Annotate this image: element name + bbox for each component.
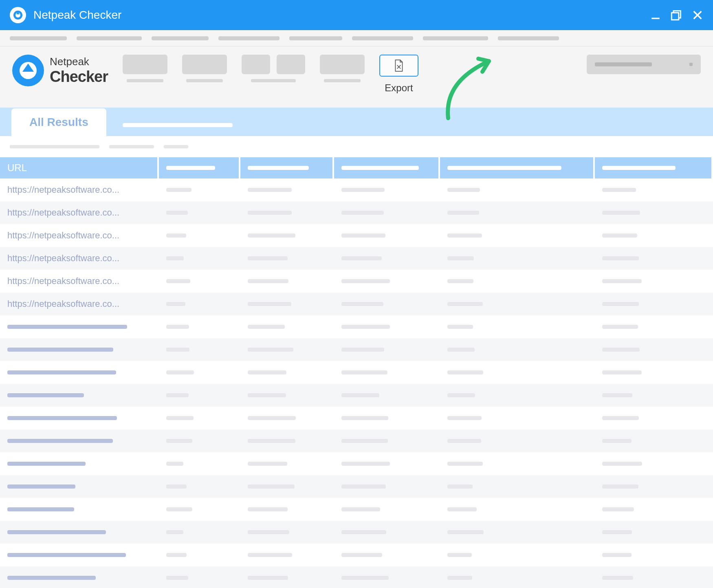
- cell: [240, 370, 334, 374]
- cell: [595, 233, 713, 238]
- toolbar-button[interactable]: [320, 55, 365, 74]
- cell: [440, 370, 595, 374]
- table-row[interactable]: https://netpeaksoftware.co...: [0, 247, 713, 270]
- cell: [240, 416, 334, 420]
- cell: [159, 416, 240, 420]
- cell: [159, 302, 240, 306]
- cell-url: [0, 416, 159, 420]
- filter-item[interactable]: [10, 145, 99, 148]
- menu-item[interactable]: [289, 36, 342, 40]
- toolbar-button[interactable]: [242, 55, 270, 74]
- menu-item[interactable]: [352, 36, 413, 40]
- cell-url: [0, 462, 159, 466]
- toolbar-label: [251, 79, 296, 82]
- column-header[interactable]: [334, 157, 440, 178]
- cell: [334, 462, 440, 466]
- cell: [240, 393, 334, 397]
- cell: [159, 233, 240, 238]
- toolbar-label: [127, 79, 163, 82]
- export-button[interactable]: [379, 55, 418, 77]
- cell: [334, 325, 440, 329]
- column-header-url[interactable]: URL: [0, 157, 159, 178]
- table-row[interactable]: [0, 475, 713, 498]
- column-header[interactable]: [240, 157, 334, 178]
- tab-placeholder[interactable]: [123, 123, 233, 127]
- cell: [440, 256, 595, 260]
- cell: [159, 256, 240, 260]
- cell: [240, 507, 334, 511]
- close-icon[interactable]: [692, 9, 703, 21]
- cell: [159, 393, 240, 397]
- toolbar-button[interactable]: [182, 55, 227, 74]
- table-row[interactable]: [0, 384, 713, 407]
- cell: [440, 484, 595, 489]
- toolbar-label: [324, 79, 361, 82]
- cell: [334, 348, 440, 352]
- table-row[interactable]: [0, 429, 713, 452]
- cell-url: [0, 553, 159, 557]
- table-row[interactable]: https://netpeaksoftware.co...: [0, 224, 713, 247]
- cell: [159, 348, 240, 352]
- menu-item[interactable]: [10, 36, 67, 40]
- column-header[interactable]: [440, 157, 595, 178]
- menu-item[interactable]: [77, 36, 142, 40]
- title-bar: Netpeak Checker: [0, 0, 713, 30]
- cell: [595, 416, 713, 420]
- toolbar-button[interactable]: [277, 55, 305, 74]
- cell: [240, 325, 334, 329]
- cell: [595, 530, 713, 534]
- svg-rect-2: [651, 18, 660, 19]
- results-table: URL https://netpeaksoftware.co...https:/…: [0, 157, 713, 588]
- cell: [440, 393, 595, 397]
- cell: [240, 484, 334, 489]
- cell-url: [0, 507, 159, 511]
- table-header: URL: [0, 157, 713, 178]
- cell: [159, 484, 240, 489]
- table-row[interactable]: [0, 566, 713, 588]
- tab-all-results[interactable]: All Results: [11, 108, 106, 136]
- maximize-icon[interactable]: [671, 9, 682, 21]
- table-row[interactable]: [0, 407, 713, 429]
- toolbar-dropdown[interactable]: [587, 55, 701, 74]
- cell: [440, 233, 595, 238]
- table-row[interactable]: [0, 452, 713, 475]
- cell-url: https://netpeaksoftware.co...: [0, 207, 159, 218]
- cell: [440, 416, 595, 420]
- cell: [159, 188, 240, 192]
- cell-url: [0, 348, 159, 352]
- minimize-icon[interactable]: [650, 10, 661, 20]
- filter-item[interactable]: [109, 145, 154, 148]
- toolbar-button[interactable]: [123, 55, 167, 74]
- table-row[interactable]: [0, 361, 713, 384]
- cell: [334, 530, 440, 534]
- cell: [595, 325, 713, 329]
- table-row[interactable]: https://netpeaksoftware.co...: [0, 178, 713, 201]
- cell-url: [0, 393, 159, 397]
- table-row[interactable]: [0, 315, 713, 338]
- dropdown-value: [595, 62, 652, 66]
- cell: [595, 484, 713, 489]
- cell: [334, 256, 440, 260]
- table-row[interactable]: [0, 544, 713, 566]
- cell: [334, 484, 440, 489]
- cell-url: [0, 325, 159, 329]
- cell: [334, 507, 440, 511]
- table-row[interactable]: [0, 338, 713, 361]
- cell: [240, 302, 334, 306]
- menu-item[interactable]: [498, 36, 559, 40]
- menu-item[interactable]: [152, 36, 209, 40]
- column-header[interactable]: [159, 157, 240, 178]
- column-header[interactable]: [595, 157, 713, 178]
- cell: [595, 507, 713, 511]
- table-row[interactable]: https://netpeaksoftware.co...: [0, 293, 713, 315]
- menu-item[interactable]: [423, 36, 488, 40]
- table-row[interactable]: https://netpeaksoftware.co...: [0, 270, 713, 293]
- filter-item[interactable]: [164, 145, 188, 148]
- table-row[interactable]: [0, 498, 713, 521]
- cell: [240, 462, 334, 466]
- cell: [440, 462, 595, 466]
- table-row[interactable]: https://netpeaksoftware.co...: [0, 201, 713, 224]
- cell: [240, 233, 334, 238]
- menu-item[interactable]: [218, 36, 279, 40]
- table-row[interactable]: [0, 521, 713, 544]
